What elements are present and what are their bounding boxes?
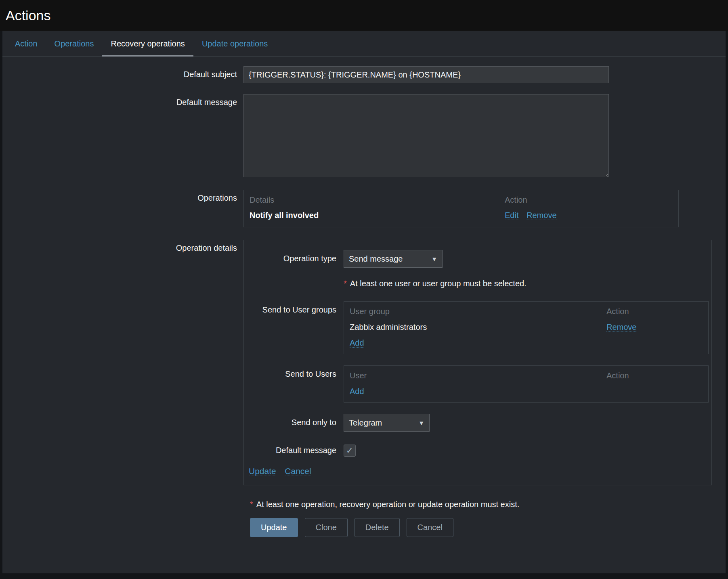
users-col-name: User	[350, 371, 606, 380]
operation-remove-link[interactable]: Remove	[527, 211, 556, 220]
send-only-to-select[interactable]: Telegram ▼	[344, 414, 430, 432]
users-add-row: Add	[350, 387, 703, 396]
operation-type-select[interactable]: Send message ▼	[344, 250, 443, 268]
update-button[interactable]: Update	[250, 518, 298, 537]
users-add-link[interactable]: Add	[350, 387, 364, 396]
dropdown-arrow-icon: ▼	[418, 420, 424, 426]
operation-edit-link[interactable]: Edit	[505, 211, 518, 220]
user-group-remove-link[interactable]: Remove	[606, 323, 636, 332]
operation-details-text: Notify all involved	[250, 211, 505, 220]
user-validation-note: *At least one user or user group must be…	[344, 277, 527, 288]
default-message-row: Default message	[2, 94, 726, 177]
form-validation-note: *At least one operation, recovery operat…	[250, 500, 726, 509]
user-groups-add-link[interactable]: Add	[350, 338, 364, 348]
clone-button[interactable]: Clone	[305, 518, 348, 537]
table-row: Zabbix administrators Remove	[350, 323, 703, 332]
page-title: Actions	[6, 8, 51, 23]
default-message-checkbox-row: Default message ✓	[249, 443, 711, 457]
cancel-button[interactable]: Cancel	[407, 518, 453, 537]
tab-action[interactable]: Action	[6, 31, 46, 57]
operations-col-details: Details	[250, 195, 505, 205]
default-message-label: Default message	[2, 94, 243, 107]
send-to-users-row: Send to Users User Action Add	[249, 365, 711, 403]
operations-col-action: Action	[505, 195, 673, 205]
users-table-header: User Action	[350, 371, 703, 380]
form-buttons: Update Clone Delete Cancel	[250, 518, 726, 549]
user-validation-note-row: *At least one user or user group must be…	[249, 277, 711, 288]
operation-details-row: Operation details Operation type Send me…	[2, 240, 726, 485]
default-message-checkbox[interactable]: ✓	[344, 445, 356, 457]
user-groups-table-header: User group Action	[350, 307, 703, 316]
operations-row: Operations Details Action Notify all inv…	[2, 190, 726, 227]
default-subject-input[interactable]	[243, 66, 609, 83]
operation-details-box: Operation type Send message ▼ *At least …	[243, 240, 712, 485]
tab-bar: Action Operations Recovery operations Up…	[2, 31, 726, 57]
check-icon: ✓	[346, 446, 353, 455]
user-groups-add-row: Add	[350, 338, 703, 348]
user-group-name: Zabbix administrators	[350, 323, 606, 332]
send-to-user-groups-row: Send to User groups User group Action Za…	[249, 301, 711, 354]
operations-table-header: Details Action	[250, 195, 673, 205]
send-only-to-row: Send only to Telegram ▼	[249, 414, 711, 432]
operation-type-row: Operation type Send message ▼	[249, 250, 711, 268]
recovery-operations-form: Default subject Default message Operatio…	[2, 57, 726, 549]
send-only-to-label: Send only to	[249, 414, 344, 427]
required-asterisk: *	[344, 279, 347, 288]
operation-update-link[interactable]: Update	[249, 466, 276, 476]
dropdown-arrow-icon: ▼	[431, 256, 437, 262]
tab-recovery-operations[interactable]: Recovery operations	[102, 31, 193, 57]
operations-label: Operations	[2, 190, 243, 203]
tab-update-operations[interactable]: Update operations	[193, 31, 276, 57]
operation-details-actions: Update Cancel	[249, 466, 711, 476]
operation-details-label: Operation details	[2, 240, 243, 253]
operations-table: Details Action Notify all involved Edit …	[243, 190, 679, 227]
operation-cancel-link[interactable]: Cancel	[285, 466, 311, 476]
user-groups-col-name: User group	[350, 307, 606, 316]
users-col-action: Action	[606, 371, 703, 380]
delete-button[interactable]: Delete	[355, 518, 400, 537]
page-header: Actions	[0, 0, 728, 31]
required-asterisk: *	[250, 500, 253, 509]
default-message-checkbox-label: Default message	[249, 443, 344, 455]
user-groups-col-action: Action	[606, 307, 703, 316]
send-only-to-value: Telegram	[349, 418, 382, 428]
send-to-user-groups-label: Send to User groups	[249, 301, 344, 315]
operation-type-value: Send message	[349, 254, 403, 264]
table-row: Notify all involved Edit Remove	[250, 211, 673, 220]
tab-operations[interactable]: Operations	[46, 31, 103, 57]
send-to-users-label: Send to Users	[249, 365, 344, 379]
default-subject-label: Default subject	[2, 66, 243, 79]
user-groups-table: User group Action Zabbix administrators …	[344, 301, 709, 354]
default-subject-row: Default subject	[2, 66, 726, 83]
content-panel: Action Operations Recovery operations Up…	[2, 31, 726, 573]
operation-type-label: Operation type	[249, 250, 344, 263]
default-message-textarea[interactable]	[243, 94, 609, 177]
users-table: User Action Add	[344, 365, 709, 403]
